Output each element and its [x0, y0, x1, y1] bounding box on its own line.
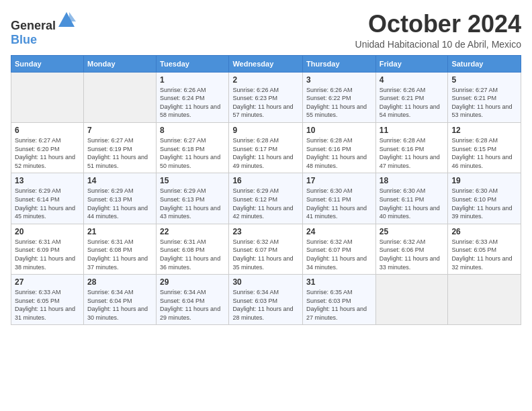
day-number: 8 — [160, 126, 225, 135]
day-number: 2 — [232, 75, 299, 85]
day-info: Sunrise: 6:35 AM Sunset: 6:03 PM Dayligh… — [306, 288, 372, 322]
calendar-week-row: 13Sunrise: 6:29 AM Sunset: 6:14 PM Dayli… — [11, 173, 521, 224]
calendar-cell: 29Sunrise: 6:34 AM Sunset: 6:04 PM Dayli… — [157, 275, 229, 325]
day-info: Sunrise: 6:31 AM Sunset: 6:08 PM Dayligh… — [160, 238, 225, 271]
day-info: Sunrise: 6:30 AM Sunset: 6:11 PM Dayligh… — [380, 187, 445, 220]
calendar-cell — [11, 72, 84, 122]
day-info: Sunrise: 6:26 AM Sunset: 6:23 PM Dayligh… — [232, 86, 299, 120]
day-number: 4 — [380, 75, 445, 85]
day-number: 22 — [160, 227, 225, 236]
calendar-cell: 10Sunrise: 6:28 AM Sunset: 6:16 PM Dayli… — [303, 122, 376, 173]
day-number: 1 — [160, 75, 225, 85]
day-info: Sunrise: 6:34 AM Sunset: 6:04 PM Dayligh… — [160, 288, 225, 322]
calendar-cell: 20Sunrise: 6:31 AM Sunset: 6:09 PM Dayli… — [11, 224, 84, 274]
day-info: Sunrise: 6:29 AM Sunset: 6:12 PM Dayligh… — [232, 187, 299, 220]
day-info: Sunrise: 6:33 AM Sunset: 6:05 PM Dayligh… — [15, 288, 80, 322]
day-number: 20 — [15, 227, 80, 236]
day-number: 28 — [87, 277, 152, 287]
calendar-cell: 24Sunrise: 6:32 AM Sunset: 6:07 PM Dayli… — [303, 224, 376, 274]
day-of-week-header: Friday — [375, 55, 448, 72]
calendar-cell: 19Sunrise: 6:30 AM Sunset: 6:10 PM Dayli… — [448, 173, 521, 224]
day-info: Sunrise: 6:28 AM Sunset: 6:16 PM Dayligh… — [306, 136, 372, 170]
day-info: Sunrise: 6:26 AM Sunset: 6:24 PM Dayligh… — [160, 86, 225, 120]
day-of-week-header: Wednesday — [229, 55, 303, 72]
calendar-week-row: 1Sunrise: 6:26 AM Sunset: 6:24 PM Daylig… — [11, 72, 521, 122]
day-number: 9 — [232, 126, 299, 135]
day-number: 18 — [380, 176, 445, 185]
calendar-cell: 2Sunrise: 6:26 AM Sunset: 6:23 PM Daylig… — [229, 72, 303, 122]
calendar-cell: 30Sunrise: 6:34 AM Sunset: 6:03 PM Dayli… — [229, 275, 303, 325]
day-info: Sunrise: 6:32 AM Sunset: 6:06 PM Dayligh… — [380, 238, 445, 271]
calendar-cell: 4Sunrise: 6:26 AM Sunset: 6:21 PM Daylig… — [375, 72, 448, 122]
day-info: Sunrise: 6:28 AM Sunset: 6:17 PM Dayligh… — [232, 136, 299, 170]
calendar-cell: 13Sunrise: 6:29 AM Sunset: 6:14 PM Dayli… — [11, 173, 84, 224]
calendar-cell: 11Sunrise: 6:28 AM Sunset: 6:16 PM Dayli… — [375, 122, 448, 173]
day-number: 31 — [306, 277, 372, 287]
day-number: 26 — [451, 227, 517, 236]
calendar-cell: 8Sunrise: 6:27 AM Sunset: 6:18 PM Daylig… — [157, 122, 229, 173]
day-number: 10 — [306, 126, 372, 135]
calendar-cell: 12Sunrise: 6:28 AM Sunset: 6:15 PM Dayli… — [448, 122, 521, 173]
day-info: Sunrise: 6:27 AM Sunset: 6:21 PM Dayligh… — [451, 86, 517, 120]
calendar-cell — [83, 72, 156, 122]
day-info: Sunrise: 6:27 AM Sunset: 6:20 PM Dayligh… — [15, 136, 80, 170]
calendar-cell: 1Sunrise: 6:26 AM Sunset: 6:24 PM Daylig… — [157, 72, 229, 122]
day-number: 27 — [15, 277, 80, 287]
day-info: Sunrise: 6:34 AM Sunset: 6:04 PM Dayligh… — [87, 288, 152, 322]
logo: General Blue — [11, 11, 76, 47]
calendar-body: 1Sunrise: 6:26 AM Sunset: 6:24 PM Daylig… — [11, 72, 521, 325]
day-info: Sunrise: 6:33 AM Sunset: 6:05 PM Dayligh… — [451, 238, 517, 271]
day-info: Sunrise: 6:27 AM Sunset: 6:18 PM Dayligh… — [160, 136, 225, 170]
calendar-cell: 26Sunrise: 6:33 AM Sunset: 6:05 PM Dayli… — [448, 224, 521, 274]
day-info: Sunrise: 6:32 AM Sunset: 6:07 PM Dayligh… — [306, 238, 372, 271]
calendar-cell: 3Sunrise: 6:26 AM Sunset: 6:22 PM Daylig… — [303, 72, 376, 122]
day-info: Sunrise: 6:26 AM Sunset: 6:22 PM Dayligh… — [306, 86, 372, 120]
calendar-cell: 14Sunrise: 6:29 AM Sunset: 6:13 PM Dayli… — [83, 173, 156, 224]
calendar-cell: 15Sunrise: 6:29 AM Sunset: 6:13 PM Dayli… — [157, 173, 229, 224]
day-number: 7 — [87, 126, 152, 135]
day-info: Sunrise: 6:28 AM Sunset: 6:16 PM Dayligh… — [380, 136, 445, 170]
calendar-week-row: 27Sunrise: 6:33 AM Sunset: 6:05 PM Dayli… — [11, 275, 521, 325]
day-number: 13 — [15, 176, 80, 185]
day-info: Sunrise: 6:31 AM Sunset: 6:09 PM Dayligh… — [15, 238, 80, 271]
day-info: Sunrise: 6:28 AM Sunset: 6:15 PM Dayligh… — [451, 136, 517, 170]
calendar-cell: 5Sunrise: 6:27 AM Sunset: 6:21 PM Daylig… — [448, 72, 521, 122]
day-number: 15 — [160, 176, 225, 185]
day-number: 23 — [232, 227, 299, 236]
day-of-week-header: Tuesday — [157, 55, 229, 72]
day-number: 19 — [451, 176, 517, 185]
day-info: Sunrise: 6:29 AM Sunset: 6:13 PM Dayligh… — [87, 187, 152, 220]
calendar-cell: 6Sunrise: 6:27 AM Sunset: 6:20 PM Daylig… — [11, 122, 84, 173]
day-number: 12 — [451, 126, 517, 135]
day-info: Sunrise: 6:30 AM Sunset: 6:10 PM Dayligh… — [451, 187, 517, 220]
day-number: 14 — [87, 176, 152, 185]
svg-marker-1 — [69, 12, 76, 21]
calendar-cell: 7Sunrise: 6:27 AM Sunset: 6:19 PM Daylig… — [83, 122, 156, 173]
day-info: Sunrise: 6:32 AM Sunset: 6:07 PM Dayligh… — [232, 238, 299, 271]
calendar-week-row: 20Sunrise: 6:31 AM Sunset: 6:09 PM Dayli… — [11, 224, 521, 274]
calendar-cell: 31Sunrise: 6:35 AM Sunset: 6:03 PM Dayli… — [303, 275, 376, 325]
day-of-week-header: Monday — [83, 55, 156, 72]
day-of-week-header: Sunday — [11, 55, 84, 72]
day-number: 29 — [160, 277, 225, 287]
day-info: Sunrise: 6:34 AM Sunset: 6:03 PM Dayligh… — [232, 288, 299, 322]
day-number: 16 — [232, 176, 299, 185]
calendar-cell: 28Sunrise: 6:34 AM Sunset: 6:04 PM Dayli… — [83, 275, 156, 325]
calendar-week-row: 6Sunrise: 6:27 AM Sunset: 6:20 PM Daylig… — [11, 122, 521, 173]
calendar-cell: 16Sunrise: 6:29 AM Sunset: 6:12 PM Dayli… — [229, 173, 303, 224]
day-info: Sunrise: 6:26 AM Sunset: 6:21 PM Dayligh… — [380, 86, 445, 120]
calendar-cell — [448, 275, 521, 325]
day-number: 30 — [232, 277, 299, 287]
calendar-cell: 18Sunrise: 6:30 AM Sunset: 6:11 PM Dayli… — [375, 173, 448, 224]
location-title: Unidad Habitacional 10 de Abril, Mexico — [355, 39, 521, 50]
calendar-cell: 17Sunrise: 6:30 AM Sunset: 6:11 PM Dayli… — [303, 173, 376, 224]
day-number: 24 — [306, 227, 372, 236]
logo-icon — [57, 11, 76, 30]
title-block: October 2024 Unidad Habitacional 10 de A… — [355, 11, 521, 50]
calendar-cell: 21Sunrise: 6:31 AM Sunset: 6:08 PM Dayli… — [83, 224, 156, 274]
day-number: 5 — [451, 75, 517, 85]
month-title: October 2024 — [355, 11, 521, 38]
page-header: General Blue October 2024 Unidad Habitac… — [11, 11, 521, 50]
day-number: 6 — [15, 126, 80, 135]
calendar-cell: 25Sunrise: 6:32 AM Sunset: 6:06 PM Dayli… — [375, 224, 448, 274]
